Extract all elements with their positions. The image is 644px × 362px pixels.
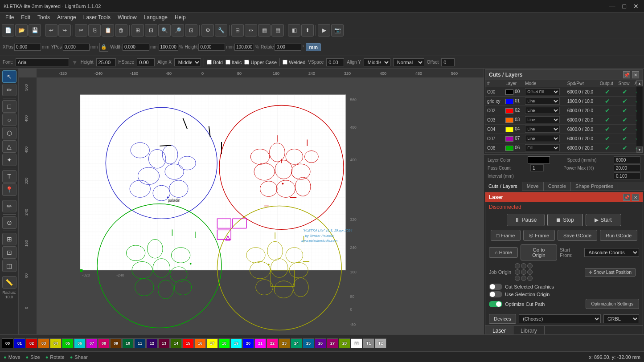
layer-btn[interactable]: ◧ [288,24,300,37]
origin-ml[interactable] [515,269,520,275]
table-row[interactable]: C02 02 Line 6000.0 / 20.0 ✔ ✔ ✔ [485,106,643,115]
palette-swatch-26[interactable]: 26 [315,338,326,348]
palette-swatch-13[interactable]: 13 [158,338,170,348]
menu-tools[interactable]: Tools [34,13,53,21]
ypos-input[interactable] [63,44,90,51]
layer-num-cell[interactable]: 00 [504,87,523,97]
palette-swatch-02[interactable]: 02 [26,338,37,348]
layer-show-cell[interactable]: ✔ [616,87,632,97]
table-scrollbar[interactable]: ▲ ▼ [636,80,643,153]
layer-show-cell[interactable]: ✔ [616,125,632,134]
height-pct-input[interactable] [234,44,254,51]
layer-mode-cell[interactable]: Line [523,134,565,143]
layer-output-cell[interactable]: ✔ [598,134,617,143]
italic-input[interactable] [226,60,230,65]
tab-console[interactable]: Console [544,182,571,191]
origin-mr[interactable] [527,269,533,275]
layer-num-cell[interactable]: 02 [504,106,523,115]
palette-swatch-12[interactable]: 12 [146,338,158,348]
palette-swatch-00[interactable]: 00 [2,338,13,348]
use-selection-toggle[interactable] [489,291,502,297]
welded-input[interactable] [283,60,287,65]
power-max-input[interactable] [614,164,640,171]
rotate-input[interactable] [275,44,301,51]
align-x-select[interactable]: Middle [174,58,201,66]
font-input[interactable] [16,58,69,66]
bold-check[interactable]: Bold [207,60,223,65]
devices-select[interactable]: (Choose) [519,314,601,323]
layer-show-cell[interactable]: ✔ [616,143,632,153]
origin-tc[interactable] [521,263,526,268]
devices-button[interactable]: Devices [489,314,516,324]
bold-input[interactable] [207,60,212,65]
close-laser-btn[interactable]: ✕ [632,194,639,201]
palette-swatch-22[interactable]: 22 [267,338,278,348]
select-tool[interactable]: ↖ [2,70,16,83]
hspace-input[interactable] [137,58,155,66]
cut-btn[interactable]: ✂ [75,24,87,37]
palette-swatch-16[interactable]: 16 [194,338,206,348]
close-btn[interactable]: ✕ [632,3,640,10]
palette-swatch-14[interactable]: 14 [170,338,182,348]
maximize-btn[interactable]: □ [621,3,628,10]
palette-swatch-21[interactable]: 21 [254,338,266,348]
interval-input[interactable] [614,172,640,179]
normal-select[interactable]: Normal [393,58,424,66]
stop-button[interactable]: ⏹ Stop [547,214,583,226]
palette-swatch-09[interactable]: 09 [110,338,122,348]
text-tool[interactable]: T [2,170,16,183]
layer-output-cell[interactable]: ✔ [598,97,617,106]
table-row[interactable]: C07 07 Line 6000.0 / 20.0 ✔ ✔ ✔ [485,134,643,143]
tab-move[interactable]: Move [522,182,544,191]
run-gcode-button[interactable]: Run GCode [600,230,637,241]
layer-show-cell[interactable]: ✔ [616,106,632,115]
italic-check[interactable]: Italic [226,60,242,65]
layer-show-cell[interactable]: ✔ [616,115,632,125]
grbl-select[interactable]: GRBL [603,314,639,323]
table-row[interactable]: C04 04 Line 6000.0 / 20.0 ✔ ✔ ✔ [485,125,643,134]
layer-num-cell[interactable]: 07 [504,134,523,143]
palette-swatch-28[interactable]: 28 [339,338,350,348]
grid-btn[interactable]: ⊞ [131,24,144,37]
node-edit-tool[interactable]: ✏ [2,84,16,96]
align-btn[interactable]: ⊟ [231,24,244,37]
rect-tool[interactable]: □ [2,100,16,113]
zoom-fit-btn[interactable]: ⊡ [185,24,197,37]
layer-output-cell[interactable]: ✔ [598,125,617,134]
window-controls[interactable]: — □ ✕ [607,3,640,10]
xpos-input[interactable] [14,44,41,51]
snap-btn[interactable]: ⊡ [145,24,157,37]
new-btn[interactable]: 📄 [2,24,14,37]
palette-swatch-04[interactable]: 04 [50,338,62,348]
redo-btn[interactable]: ↪ [58,24,71,37]
polygon-tool[interactable]: ⬡ [2,127,16,139]
align-y-select[interactable]: Middle [364,58,390,66]
go-to-origin-button[interactable]: Go to Origin [521,244,557,260]
layer-mode-cell[interactable]: Line [523,125,565,134]
palette-swatch-10[interactable]: 10 [122,338,134,348]
font-dropdown-icon[interactable]: ▼ [72,59,78,66]
palette-swatch-29[interactable]: 29 [351,338,362,348]
preview-btn[interactable]: ▶ [318,24,330,37]
offset-tool[interactable]: ⊡ [2,246,16,259]
layer-show-cell[interactable]: ✔ [616,134,632,143]
menu-language[interactable]: Language [140,13,171,21]
minimize-btn[interactable]: — [607,3,617,10]
welded-check[interactable]: Welded [283,60,305,65]
origin-tl[interactable] [515,263,520,268]
palette-swatch-11[interactable]: 11 [134,338,146,348]
layer-mode-cell[interactable]: Offset Fill [523,87,565,97]
array-tool[interactable]: ⊞ [2,233,16,245]
origin-tr[interactable] [527,263,533,268]
palette-swatch-25[interactable]: 25 [303,338,314,348]
open-btn[interactable]: 📂 [15,24,28,37]
offset-input[interactable] [441,58,455,66]
show-last-btn[interactable]: ✛ Show Last Position [585,268,636,277]
layer-num-cell[interactable]: 06 [504,143,523,153]
layer-output-cell[interactable]: ✔ [598,87,617,97]
palette-swatch-01[interactable]: 01 [14,338,25,348]
palette-swatch-24[interactable]: 24 [291,338,302,348]
palette-swatch-20[interactable]: 20 [242,338,254,348]
vspace-input[interactable] [326,58,344,66]
settings-btn[interactable]: ⚙ [201,24,214,37]
